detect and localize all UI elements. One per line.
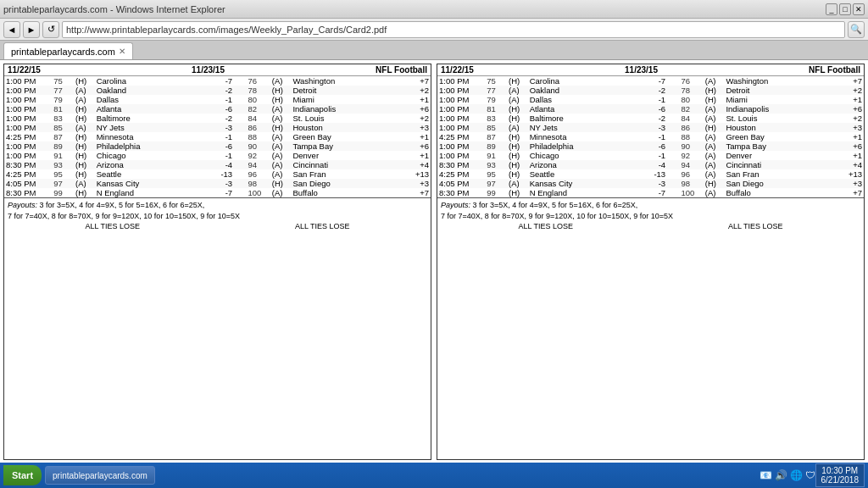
table-row: 1:00 PM 79 (A) Dallas -1 80 (H) Miami +1 — [437, 95, 864, 104]
system-icons: 📧 🔊 🌐 🛡 — [760, 469, 815, 481]
table-row: 1:00 PM 75 (H) Carolina -7 76 (A) Washin… — [4, 76, 431, 86]
table-row: 4:25 PM 95 (H) Seattle -13 96 (A) San Fr… — [4, 169, 431, 179]
close-button[interactable]: ✕ — [853, 3, 865, 15]
table-row: 1:00 PM 85 (A) NY Jets -3 86 (H) Houston… — [437, 123, 864, 132]
payouts-text1: 3 for 3=5X, 4 for 4=9X, 5 for 5=16X, 6 f… — [40, 201, 205, 209]
card-header-left-card: 11/22/15 11/23/15 NFL Football — [4, 64, 431, 76]
card-sport-r: NFL Football — [809, 65, 860, 75]
clock: 10:30 PM 6/21/2018 — [815, 463, 865, 487]
table-row: 4:25 PM 87 (H) Minnesota -1 88 (A) Green… — [437, 132, 864, 141]
security-icon: 🛡 — [805, 469, 815, 481]
games-table-right: 1:00 PM 75 (H) Carolina -7 76 (A) Washin… — [437, 76, 864, 197]
ties-left2: ALL TIES LOSE — [518, 221, 573, 232]
start-button[interactable]: Start — [3, 465, 42, 485]
table-row: 4:25 PM 87 (H) Minnesota -1 88 (A) Green… — [4, 132, 431, 141]
table-row: 4:05 PM 97 (A) Kansas City -3 98 (H) San… — [4, 179, 431, 188]
table-row: 8:30 PM 93 (H) Arizona -4 94 (A) Cincinn… — [4, 160, 431, 169]
nav-bar: ◄ ► ↺ http://www.printableparlaycards.co… — [0, 19, 868, 41]
payouts-section-left: Payouts: 3 for 3=5X, 4 for 4=9X, 5 for 5… — [4, 197, 431, 234]
table-row: 4:25 PM 95 (H) Seattle -13 96 (A) San Fr… — [437, 169, 864, 179]
table-row: 1:00 PM 85 (A) NY Jets -3 86 (H) Houston… — [4, 123, 431, 132]
volume-icon: 🔊 — [775, 469, 787, 481]
minimize-button[interactable]: _ — [826, 3, 837, 15]
refresh-button[interactable]: ↺ — [42, 21, 59, 38]
maximize-button[interactable]: □ — [839, 3, 851, 15]
ties-left1: ALL TIES LOSE — [85, 221, 140, 232]
clock-time: 10:30 PM — [821, 466, 860, 475]
taskbar-items: printableparlaycards.com — [45, 466, 759, 485]
network-icon: 🌐 — [790, 469, 803, 481]
browser-chrome: printableparlaycards.com - Windows Inter… — [0, 0, 868, 60]
table-row: 1:00 PM 83 (H) Baltimore -2 84 (A) St. L… — [437, 114, 864, 123]
taskbar-active-item[interactable]: printableparlaycards.com — [45, 466, 155, 485]
games-table-left: 1:00 PM 75 (H) Carolina -7 76 (A) Washin… — [4, 76, 431, 197]
tab-bar: printableparlaycards.com ✕ — [0, 41, 868, 59]
payouts-text1-r: 3 for 3=5X, 4 for 4=9X, 5 for 5=16X, 6 f… — [473, 201, 638, 209]
back-button[interactable]: ◄ — [3, 21, 20, 38]
window-controls: _ □ ✕ — [826, 3, 865, 15]
date-right: 11/23/15 — [192, 65, 225, 75]
table-row: 1:00 PM 77 (A) Oakland -2 78 (H) Detroit… — [4, 86, 431, 95]
table-row: 1:00 PM 89 (H) Philadelphia -6 90 (A) Ta… — [4, 141, 431, 151]
payouts-label: Payouts: — [8, 201, 37, 209]
table-row: 8:30 PM 99 (H) N England -7 100 (A) Buff… — [4, 188, 431, 197]
payouts-text2-r: 7 for 7=40X, 8 for 8=70X, 9 for 9=120X, … — [441, 211, 860, 222]
tab-label: printableparlaycards.com — [11, 47, 115, 57]
table-row: 1:00 PM 77 (A) Oakland -2 78 (H) Detroit… — [437, 86, 864, 95]
browser-tab[interactable]: printableparlaycards.com ✕ — [3, 42, 133, 59]
table-row: 1:00 PM 81 (H) Atlanta -6 82 (A) Indiana… — [4, 104, 431, 114]
payouts-label-r: Payouts: — [441, 201, 470, 209]
title-bar: printableparlaycards.com - Windows Inter… — [0, 0, 868, 19]
table-row: 1:00 PM 83 (H) Baltimore -2 84 (A) St. L… — [4, 114, 431, 123]
page-content: 11/22/15 11/23/15 NFL Football 1:00 PM 7… — [0, 60, 868, 463]
window-title: printableparlaycards.com - Windows Inter… — [3, 4, 225, 14]
table-row: 8:30 PM 93 (H) Arizona -4 94 (A) Cincinn… — [437, 160, 864, 169]
search-button[interactable]: 🔍 — [848, 21, 865, 38]
ties-right2: ALL TIES LOSE — [728, 221, 783, 232]
payouts-text2: 7 for 7=40X, 8 for 8=70X, 9 for 9=120X, … — [8, 211, 427, 222]
tab-close-button[interactable]: ✕ — [119, 47, 125, 56]
table-row: 1:00 PM 91 (H) Chicago -1 92 (A) Denver … — [437, 151, 864, 160]
clock-date: 6/21/2018 — [821, 475, 860, 485]
left-parlay-card: 11/22/15 11/23/15 NFL Football 1:00 PM 7… — [3, 64, 431, 460]
address-bar[interactable]: http://www.printableparlaycards.com/imag… — [62, 21, 845, 38]
payouts-section-right: Payouts: 3 for 3=5X, 4 for 4=9X, 5 for 5… — [437, 197, 864, 234]
table-row: 1:00 PM 89 (H) Philadelphia -6 90 (A) Ta… — [437, 141, 864, 151]
card-sport: NFL Football — [376, 65, 427, 75]
table-row: 8:30 PM 99 (H) N England -7 100 (A) Buff… — [437, 188, 864, 197]
table-row: 1:00 PM 75 (H) Carolina -7 76 (A) Washin… — [437, 76, 864, 86]
date-right-r: 11/23/15 — [625, 65, 658, 75]
date-left-r: 11/22/15 — [441, 65, 474, 75]
table-row: 1:00 PM 79 (A) Dallas -1 80 (H) Miami +1 — [4, 95, 431, 104]
right-parlay-card: 11/22/15 11/23/15 NFL Football 1:00 PM 7… — [437, 64, 865, 460]
ties-right1: ALL TIES LOSE — [295, 221, 350, 232]
table-row: 1:00 PM 91 (H) Chicago -1 92 (A) Denver … — [4, 151, 431, 160]
taskbar: Start printableparlaycards.com 📧 🔊 🌐 🛡 1… — [0, 463, 868, 488]
date-left: 11/22/15 — [8, 65, 41, 75]
email-icon: 📧 — [760, 469, 772, 481]
table-row: 1:00 PM 81 (H) Atlanta -6 82 (A) Indiana… — [437, 104, 864, 114]
table-row: 4:05 PM 97 (A) Kansas City -3 98 (H) San… — [437, 179, 864, 188]
forward-button[interactable]: ► — [23, 21, 40, 38]
card-header-right-card: 11/22/15 11/23/15 NFL Football — [437, 64, 864, 76]
